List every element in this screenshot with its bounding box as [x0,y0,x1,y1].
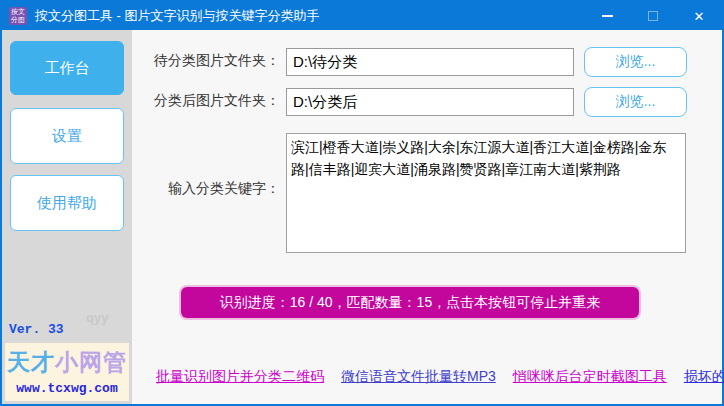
progress-stop-button[interactable]: 识别进度：16 / 40，匹配数量：15，点击本按钮可停止并重来 [181,287,639,318]
sidebar: 工作台 设置 使用帮助 qyy Ver. 33 天才小网管 www.tcxwg.… [2,30,132,404]
sidebar-item-help[interactable]: 使用帮助 [10,175,124,231]
footer-links: 批量识别图片并分类二维码 微信语音文件批量转MP3 悄咪咪后台定时截图工具 损坏… [156,368,716,386]
keywords-label: 输入分类关键字： [140,180,280,198]
minimize-button[interactable] [584,2,630,30]
titlebar: 按文 分图 按文分图工具 - 图片文字识别与按关键字分类助手 ✕ [2,2,722,30]
sidebar-item-settings[interactable]: 设置 [10,108,124,164]
maximize-icon [648,11,658,21]
maximize-button[interactable] [630,2,676,30]
link-background-screenshot[interactable]: 悄咪咪后台定时截图工具 [513,368,667,386]
watermark: qyy [86,310,108,325]
vendor-url: www.tcxwg.com [5,381,129,396]
sidebar-item-workbench[interactable]: 工作台 [10,41,124,95]
source-folder-input[interactable] [286,48,574,76]
source-browse-button[interactable]: 浏览... [584,47,687,77]
main-panel: 待分类图片文件夹： 浏览... 分类后图片文件夹： 浏览... 输入分类关键字：… [132,30,722,404]
link-batch-qrcode[interactable]: 批量识别图片并分类二维码 [156,368,324,386]
close-button[interactable]: ✕ [676,2,722,30]
vendor-brand: 天才小网管 [5,347,129,378]
dest-browse-button[interactable]: 浏览... [584,87,687,117]
app-icon: 按文 分图 [9,7,27,25]
window-title: 按文分图工具 - 图片文字识别与按关键字分类助手 [35,7,320,25]
source-folder-label: 待分类图片文件夹： [140,52,280,70]
keywords-textarea[interactable]: 滨江|橙香大道|崇义路|大余|东江源大道|香江大道|金榜路|金东路|信丰路|迎宾… [286,133,686,253]
dest-folder-label: 分类后图片文件夹： [140,92,280,110]
link-wechat-voice-mp3[interactable]: 微信语音文件批量转MP3 [341,368,496,386]
app-icon-text-top: 按文 [11,8,25,16]
dest-folder-input[interactable] [286,88,574,116]
vendor-logo-banner[interactable]: 天才小网管 www.tcxwg.com [5,343,129,401]
app-window: 按文 分图 按文分图工具 - 图片文字识别与按关键字分类助手 ✕ 工作台 设置 … [0,0,724,406]
link-video-repair[interactable]: 损坏的视频修复 [684,368,724,386]
version-label: Ver. 33 [9,322,64,337]
app-icon-text-bottom: 分图 [11,16,25,24]
window-controls: ✕ [584,2,722,30]
close-icon: ✕ [694,9,705,24]
minimize-icon [602,15,613,17]
